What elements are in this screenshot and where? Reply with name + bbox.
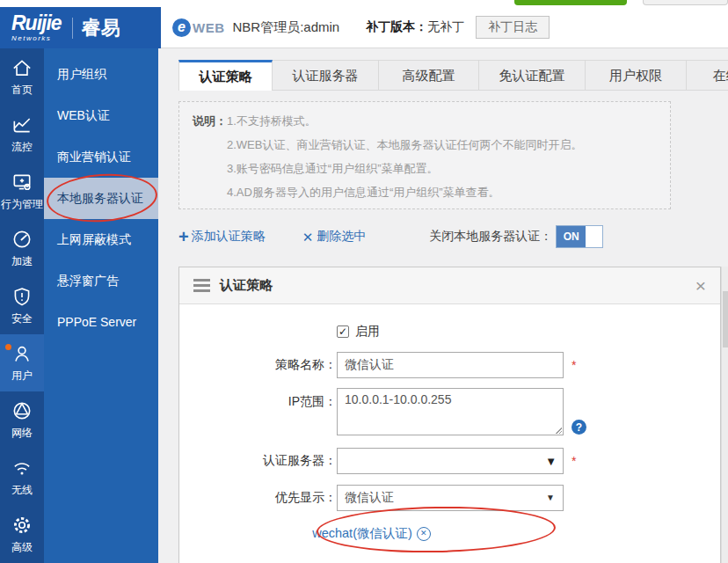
chevron-down-icon: ▼: [546, 494, 555, 502]
remove-tag-icon[interactable]: ✕: [417, 527, 431, 541]
tab-auth-server[interactable]: 认证服务器: [273, 60, 379, 91]
ip-range-row: IP范围： 10.0.0.1-10.0.0.255 ?: [179, 388, 720, 435]
submenu-item-block-mode[interactable]: 上网屏蔽模式: [44, 219, 158, 260]
policy-name-input[interactable]: [337, 352, 564, 378]
menu-icon[interactable]: [193, 279, 210, 292]
auth-server-select[interactable]: ▼: [337, 448, 564, 474]
policy-name-row: 策略名称： *: [179, 352, 720, 378]
notice-line: 3.账号密码信息通过“用户组织”菜单配置。: [227, 157, 582, 180]
priority-display-select[interactable]: 微信认证 ▼: [337, 485, 564, 511]
plus-icon: +: [178, 228, 189, 245]
patch-version: 补丁版本：无补丁: [366, 19, 464, 35]
ruijie-logo-text: Ruijie: [11, 13, 62, 33]
tab-online-users[interactable]: 在线用户: [687, 60, 728, 91]
add-policy-button[interactable]: + 添加认证策略: [178, 228, 266, 245]
submenu-item-user-org[interactable]: 用户组织: [44, 54, 158, 95]
help-icon[interactable]: ?: [571, 420, 586, 435]
notice-line: 4.AD服务器导入的用户信息通过“用户组织”菜单查看。: [227, 180, 582, 204]
close-icon[interactable]: ×: [695, 276, 706, 295]
delete-selected-button[interactable]: ✕ 删除选中: [302, 229, 367, 245]
submenu-item-web-auth[interactable]: WEB认证: [44, 95, 158, 136]
sidebar-item-network[interactable]: 网络: [0, 391, 44, 449]
required-asterisk: *: [571, 454, 576, 468]
sidebar-item-wireless[interactable]: 无线: [0, 449, 44, 506]
tab-advanced-config[interactable]: 高级配置: [379, 60, 479, 91]
check-icon: ✓: [339, 326, 347, 337]
notice-label: 说明：: [193, 109, 227, 204]
wifi-icon: [11, 457, 33, 479]
notification-dot: [5, 344, 11, 350]
dialog-title: 认证策略: [220, 277, 273, 294]
gear-icon: [11, 514, 33, 537]
brand-divider: [72, 18, 73, 39]
tab-bar: 认证策略 认证服务器 高级配置 免认证配置 用户权限 在线用户: [178, 60, 728, 91]
priority-display-label: 优先显示：: [179, 490, 337, 506]
header-bar: e WEB NBR管理员:admin 补丁版本：无补丁 补丁日志: [161, 7, 728, 48]
auth-server-label: 认证服务器：: [179, 453, 337, 469]
sidebar-item-speed[interactable]: 加速: [0, 220, 44, 277]
sidebar-item-user[interactable]: 用户: [0, 334, 44, 391]
sidebar-item-home[interactable]: 首页: [0, 48, 44, 106]
network-globe-icon: [11, 399, 33, 422]
notice-box: 说明： 1.不支持桥模式。 2.WEB认证、商业营销认证、本地服务器认证任何两个…: [178, 101, 671, 209]
wechat-tag-row: wechat(微信认证) ✕: [179, 525, 564, 542]
submenu: 用户组织 WEB认证 商业营销认证 本地服务器认证 上网屏蔽模式 悬浮窗广告 P…: [44, 48, 158, 563]
user-icon: [11, 342, 33, 365]
delete-icon: ✕: [302, 230, 314, 244]
submenu-item-float-ad[interactable]: 悬浮窗广告: [44, 260, 158, 302]
policy-name-label: 策略名称：: [179, 357, 337, 373]
gray-pill: [643, 0, 728, 5]
eweb-e-icon: e: [172, 18, 191, 37]
required-asterisk: *: [571, 358, 576, 372]
brand-logo: Ruijie Networks 睿易: [0, 7, 161, 48]
eweb-logo: e WEB: [172, 18, 225, 37]
submenu-item-pppoe-server[interactable]: PPPoE Server: [44, 302, 158, 343]
notice-line: 1.不支持桥模式。: [227, 109, 582, 133]
sidebar-item-advanced[interactable]: 高级: [0, 506, 44, 563]
app-header: Ruijie Networks 睿易 e WEB NBR管理员:admin 补丁…: [0, 7, 728, 48]
dialog-body: ✓ 启用 策略名称： * IP范围： 10.0.0.1-10.0.0.255 ?: [179, 304, 720, 542]
browser-strip: [0, 0, 728, 7]
action-row: + 添加认证策略 ✕ 删除选中 关闭本地服务器认证： ON: [178, 224, 728, 249]
patch-log-button[interactable]: 补丁日志: [476, 16, 550, 39]
tab-user-permission[interactable]: 用户权限: [586, 60, 687, 91]
sidebar-item-flow[interactable]: 流控: [0, 106, 44, 163]
sidebar-item-security[interactable]: 安全: [0, 277, 44, 334]
sidebar-item-behavior[interactable]: 行为管理: [0, 163, 44, 220]
enable-label: 启用: [355, 324, 380, 340]
auth-server-row: 认证服务器： ▼ *: [179, 448, 720, 474]
admin-label: NBR管理员:admin: [233, 19, 340, 36]
notice-line: 2.WEB认证、商业营销认证、本地服务器认证任何两个不能同时开启。: [227, 133, 582, 157]
flow-chart-icon: [11, 113, 33, 136]
brand-product-name: 睿易: [82, 15, 120, 41]
green-pill: [514, 0, 627, 5]
auth-policy-dialog: 认证策略 × ✓ 启用 策略名称： * IP范围： 10.0.0.1-10.0.…: [178, 267, 721, 563]
speedometer-icon: [11, 228, 33, 251]
chevron-down-icon: ▼: [545, 456, 557, 467]
ip-range-label: IP范围：: [179, 388, 337, 414]
scrollbar[interactable]: [721, 267, 728, 563]
submenu-item-local-server-auth[interactable]: 本地服务器认证: [44, 178, 158, 219]
local-server-auth-toggle[interactable]: ON: [556, 225, 603, 248]
tab-auth-policy[interactable]: 认证策略: [178, 60, 273, 91]
ruijie-logo-sub: Networks: [11, 34, 51, 42]
toggle-on-label: ON: [557, 226, 586, 247]
content-area: 认证策略 认证服务器 高级配置 免认证配置 用户权限 在线用户 说明： 1.不支…: [158, 48, 728, 563]
icon-sidebar: 首页 流控 行为管理 加速 安全 用户 网络 无线: [0, 48, 44, 563]
home-icon: [11, 56, 33, 79]
dialog-header: 认证策略 ×: [179, 267, 720, 304]
wechat-tag-label: wechat(微信认证): [312, 525, 412, 542]
shield-icon: [11, 285, 33, 308]
priority-display-row: 优先显示： 微信认证 ▼: [179, 485, 720, 511]
submenu-item-marketing-auth[interactable]: 商业营销认证: [44, 136, 158, 178]
tab-no-auth-config[interactable]: 免认证配置: [479, 60, 586, 91]
scrollbar-thumb[interactable]: [723, 291, 728, 347]
behavior-monitor-icon: [11, 171, 33, 194]
ip-range-textarea[interactable]: 10.0.0.1-10.0.0.255: [337, 388, 564, 435]
toggle-label: 关闭本地服务器认证：: [429, 229, 552, 245]
enable-checkbox[interactable]: ✓: [337, 325, 349, 338]
